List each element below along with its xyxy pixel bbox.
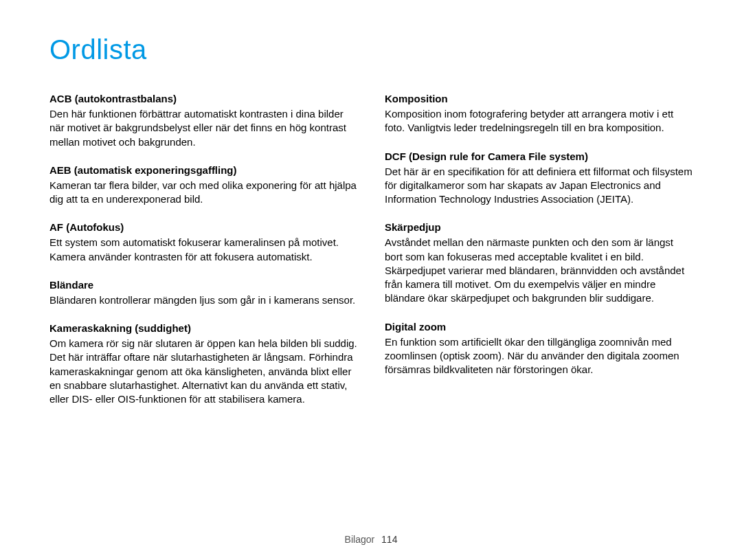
entry-definition: Det här är en specifikation för att defi… — [385, 165, 693, 207]
entry-term: Skärpedjup — [385, 221, 693, 233]
glossary-entry: AEB (automatisk exponeringsgaffling) Kam… — [49, 164, 357, 207]
entry-definition: Bländaren kontrollerar mängden ljus som … — [49, 293, 357, 307]
glossary-entry: Skärpedjup Avståndet mellan den närmaste… — [385, 221, 693, 305]
right-column: Komposition Komposition inom fotograferi… — [385, 93, 693, 421]
entry-definition: Ett system som automatiskt fokuserar kam… — [49, 236, 357, 264]
entry-term: Kameraskakning (suddighet) — [49, 322, 357, 334]
glossary-entry: Komposition Komposition inom fotograferi… — [385, 93, 693, 135]
entry-definition: Avståndet mellan den närmaste punkten oc… — [385, 236, 693, 305]
entry-term: Bländare — [49, 279, 357, 291]
entry-term: AEB (automatisk exponeringsgaffling) — [49, 164, 357, 176]
entry-term: DCF (Design rule for Camera File system) — [385, 150, 693, 162]
entry-term: AF (Autofokus) — [49, 221, 357, 233]
glossary-entry: AF (Autofokus) Ett system som automatisk… — [49, 221, 357, 264]
entry-term: Digital zoom — [385, 321, 693, 333]
glossary-entry: Kameraskakning (suddighet) Om kamera rör… — [49, 322, 357, 406]
glossary-entry: Digital zoom En funktion som artificiell… — [385, 321, 693, 377]
entry-term: ACB (autokontrastbalans) — [49, 93, 357, 104]
glossary-entry: ACB (autokontrastbalans) Den här funktio… — [49, 93, 357, 149]
glossary-columns: ACB (autokontrastbalans) Den här funktio… — [49, 93, 693, 421]
glossary-entry: Bländare Bländaren kontrollerar mängden … — [49, 279, 357, 307]
entry-definition: Komposition inom fotografering betyder a… — [385, 107, 693, 135]
entry-definition: En funktion som artificiellt ökar den ti… — [385, 335, 693, 377]
entry-term: Komposition — [385, 93, 693, 104]
entry-definition: Kameran tar flera bilder, var och med ol… — [49, 179, 357, 207]
page-footer: Bilagor 114 — [0, 534, 742, 545]
footer-section-label: Bilagor — [345, 534, 375, 545]
entry-definition: Om kamera rör sig när slutaren är öppen … — [49, 337, 357, 406]
footer-page-number: 114 — [381, 534, 397, 545]
page-title: Ordlista — [49, 34, 693, 65]
entry-definition: Den här funktionen förbättrar automatisk… — [49, 107, 357, 149]
glossary-entry: DCF (Design rule for Camera File system)… — [385, 150, 693, 207]
left-column: ACB (autokontrastbalans) Den här funktio… — [49, 93, 357, 421]
